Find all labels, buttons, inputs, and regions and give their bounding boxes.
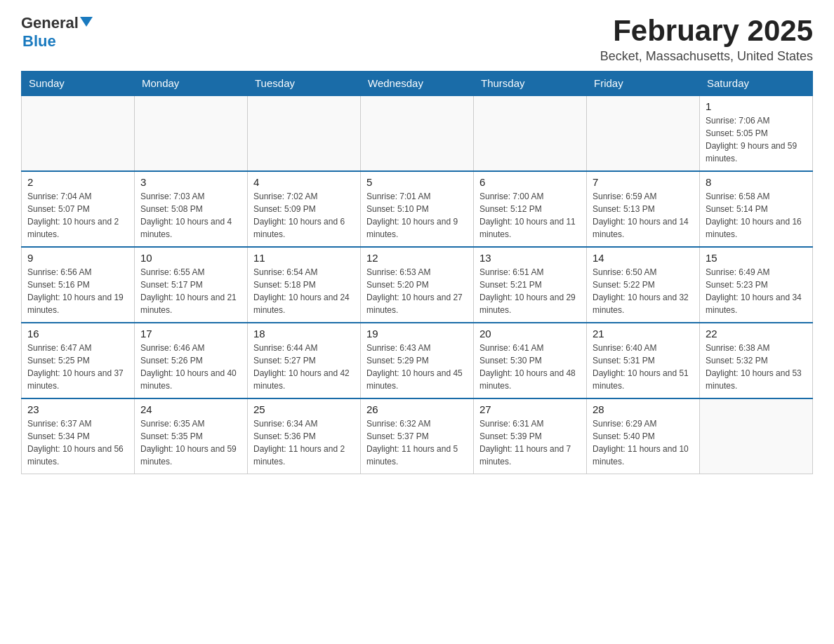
calendar-table: SundayMondayTuesdayWednesdayThursdayFrid… [21,71,813,474]
day-info: Sunrise: 6:32 AM Sunset: 5:37 PM Dayligh… [366,417,468,468]
calendar-cell: 7Sunrise: 6:59 AM Sunset: 5:13 PM Daylig… [587,171,700,247]
day-info: Sunrise: 6:59 AM Sunset: 5:13 PM Dayligh… [593,190,694,241]
calendar-cell: 21Sunrise: 6:40 AM Sunset: 5:31 PM Dayli… [587,323,700,398]
day-number: 14 [593,252,694,264]
calendar-header-row: SundayMondayTuesdayWednesdayThursdayFrid… [22,72,813,96]
day-info: Sunrise: 7:06 AM Sunset: 5:05 PM Dayligh… [706,114,807,165]
calendar-cell [22,95,135,171]
page-header: General Blue February 2025 Becket, Massa… [21,14,813,64]
calendar-cell [248,95,361,171]
day-info: Sunrise: 6:34 AM Sunset: 5:36 PM Dayligh… [253,417,355,468]
day-info: Sunrise: 6:46 AM Sunset: 5:26 PM Dayligh… [140,342,241,392]
calendar-week-row: 1Sunrise: 7:06 AM Sunset: 5:05 PM Daylig… [22,95,813,171]
calendar-cell: 18Sunrise: 6:44 AM Sunset: 5:27 PM Dayli… [248,323,361,398]
day-info: Sunrise: 7:02 AM Sunset: 5:09 PM Dayligh… [253,190,355,241]
day-number: 10 [140,252,241,264]
day-info: Sunrise: 7:00 AM Sunset: 5:12 PM Dayligh… [479,190,581,241]
day-info: Sunrise: 7:03 AM Sunset: 5:08 PM Dayligh… [140,190,241,241]
calendar-cell: 11Sunrise: 6:54 AM Sunset: 5:18 PM Dayli… [248,247,361,323]
day-info: Sunrise: 6:58 AM Sunset: 5:14 PM Dayligh… [706,190,807,241]
calendar-cell: 6Sunrise: 7:00 AM Sunset: 5:12 PM Daylig… [474,171,587,247]
title-section: February 2025 Becket, Massachusetts, Uni… [600,14,813,64]
calendar-cell: 12Sunrise: 6:53 AM Sunset: 5:20 PM Dayli… [361,247,474,323]
calendar-cell: 10Sunrise: 6:55 AM Sunset: 5:17 PM Dayli… [135,247,248,323]
weekday-header-tuesday: Tuesday [248,72,361,96]
calendar-cell: 27Sunrise: 6:31 AM Sunset: 5:39 PM Dayli… [474,398,587,474]
day-number: 15 [706,252,807,264]
day-info: Sunrise: 6:44 AM Sunset: 5:27 PM Dayligh… [253,342,355,392]
logo-triangle-icon [80,17,93,27]
day-number: 28 [593,403,694,415]
day-number: 26 [366,403,468,415]
calendar-cell: 24Sunrise: 6:35 AM Sunset: 5:35 PM Dayli… [135,398,248,474]
day-info: Sunrise: 6:53 AM Sunset: 5:20 PM Dayligh… [366,266,468,316]
logo-blue-text: Blue [22,32,56,50]
day-number: 2 [27,176,128,188]
day-info: Sunrise: 6:55 AM Sunset: 5:17 PM Dayligh… [140,266,241,316]
day-number: 11 [253,252,355,264]
logo: General Blue [21,14,93,51]
day-info: Sunrise: 6:51 AM Sunset: 5:21 PM Dayligh… [479,266,581,316]
calendar-cell: 3Sunrise: 7:03 AM Sunset: 5:08 PM Daylig… [135,171,248,247]
day-number: 9 [27,252,128,264]
day-info: Sunrise: 6:47 AM Sunset: 5:25 PM Dayligh… [27,342,128,392]
weekday-header-thursday: Thursday [474,72,587,96]
calendar-cell: 2Sunrise: 7:04 AM Sunset: 5:07 PM Daylig… [22,171,135,247]
day-info: Sunrise: 7:04 AM Sunset: 5:07 PM Dayligh… [27,190,128,241]
day-info: Sunrise: 6:31 AM Sunset: 5:39 PM Dayligh… [479,417,581,468]
day-number: 25 [253,403,355,415]
calendar-cell [474,95,587,171]
weekday-header-sunday: Sunday [22,72,135,96]
day-number: 24 [140,403,241,415]
day-info: Sunrise: 6:37 AM Sunset: 5:34 PM Dayligh… [27,417,128,468]
calendar-cell: 26Sunrise: 6:32 AM Sunset: 5:37 PM Dayli… [361,398,474,474]
calendar-week-row: 9Sunrise: 6:56 AM Sunset: 5:16 PM Daylig… [22,247,813,323]
day-number: 4 [253,176,355,188]
calendar-cell [135,95,248,171]
calendar-cell: 15Sunrise: 6:49 AM Sunset: 5:23 PM Dayli… [700,247,813,323]
day-number: 8 [706,176,807,188]
day-info: Sunrise: 6:49 AM Sunset: 5:23 PM Dayligh… [706,266,807,316]
calendar-week-row: 2Sunrise: 7:04 AM Sunset: 5:07 PM Daylig… [22,171,813,247]
calendar-cell: 13Sunrise: 6:51 AM Sunset: 5:21 PM Dayli… [474,247,587,323]
day-number: 1 [706,100,807,112]
calendar-cell: 16Sunrise: 6:47 AM Sunset: 5:25 PM Dayli… [22,323,135,398]
day-number: 18 [253,328,355,340]
day-number: 13 [479,252,581,264]
day-info: Sunrise: 6:38 AM Sunset: 5:32 PM Dayligh… [706,342,807,392]
day-number: 12 [366,252,468,264]
calendar-cell: 8Sunrise: 6:58 AM Sunset: 5:14 PM Daylig… [700,171,813,247]
day-number: 16 [27,328,128,340]
day-info: Sunrise: 6:56 AM Sunset: 5:16 PM Dayligh… [27,266,128,316]
day-info: Sunrise: 6:54 AM Sunset: 5:18 PM Dayligh… [253,266,355,316]
calendar-week-row: 23Sunrise: 6:37 AM Sunset: 5:34 PM Dayli… [22,398,813,474]
calendar-cell: 22Sunrise: 6:38 AM Sunset: 5:32 PM Dayli… [700,323,813,398]
calendar-cell: 1Sunrise: 7:06 AM Sunset: 5:05 PM Daylig… [700,95,813,171]
day-number: 27 [479,403,581,415]
calendar-cell: 23Sunrise: 6:37 AM Sunset: 5:34 PM Dayli… [22,398,135,474]
weekday-header-saturday: Saturday [700,72,813,96]
day-number: 7 [593,176,694,188]
calendar-cell: 17Sunrise: 6:46 AM Sunset: 5:26 PM Dayli… [135,323,248,398]
calendar-cell [700,398,813,474]
logo-general-text: General [21,14,79,32]
day-number: 22 [706,328,807,340]
location-title: Becket, Massachusetts, United States [600,49,813,64]
day-number: 6 [479,176,581,188]
calendar-cell: 28Sunrise: 6:29 AM Sunset: 5:40 PM Dayli… [587,398,700,474]
weekday-header-monday: Monday [135,72,248,96]
calendar-cell: 5Sunrise: 7:01 AM Sunset: 5:10 PM Daylig… [361,171,474,247]
day-info: Sunrise: 6:29 AM Sunset: 5:40 PM Dayligh… [593,417,694,468]
day-number: 19 [366,328,468,340]
calendar-cell [587,95,700,171]
weekday-header-wednesday: Wednesday [361,72,474,96]
calendar-cell: 19Sunrise: 6:43 AM Sunset: 5:29 PM Dayli… [361,323,474,398]
weekday-header-friday: Friday [587,72,700,96]
calendar-cell: 4Sunrise: 7:02 AM Sunset: 5:09 PM Daylig… [248,171,361,247]
day-number: 17 [140,328,241,340]
calendar-cell: 25Sunrise: 6:34 AM Sunset: 5:36 PM Dayli… [248,398,361,474]
day-info: Sunrise: 6:43 AM Sunset: 5:29 PM Dayligh… [366,342,468,392]
month-title: February 2025 [600,14,813,48]
day-number: 20 [479,328,581,340]
day-info: Sunrise: 6:35 AM Sunset: 5:35 PM Dayligh… [140,417,241,468]
